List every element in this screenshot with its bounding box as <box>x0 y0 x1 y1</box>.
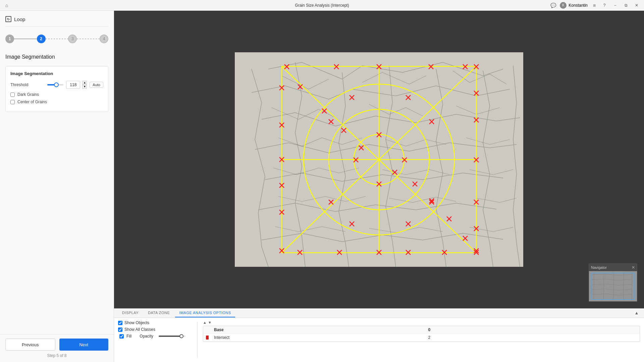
seg-box-title: Image Segmentation <box>10 71 103 76</box>
navigator-thumb-image <box>589 271 637 301</box>
step-2-circle: 2 <box>37 35 46 43</box>
username: Konstantin <box>569 3 588 8</box>
table-row: Intersect 2 <box>203 334 640 342</box>
restore-button[interactable]: ⧉ <box>623 2 629 9</box>
dark-grains-label: Dark Grains <box>17 92 39 97</box>
tab-imageanalysis[interactable]: IMAGE ANALYSIS OPTIONS <box>175 309 235 317</box>
right-area: Navigator ✕ <box>114 11 644 362</box>
threshold-slider-thumb[interactable] <box>54 82 59 87</box>
main-layout: ↻ Loop 1 2 3 4 Image Segmentation Image … <box>0 11 644 362</box>
loop-title: Loop <box>14 16 25 22</box>
step-line-2 <box>46 39 68 39</box>
step-line-1 <box>14 39 37 39</box>
section-heading: Image Segmentation <box>5 54 108 60</box>
home-icon[interactable]: ⌂ <box>4 3 9 8</box>
show-objects-label: Show Objects <box>124 320 149 325</box>
grain-overlay-svg <box>235 52 523 267</box>
dark-grains-checkbox[interactable] <box>10 93 15 97</box>
show-objects-row: Show Objects <box>118 320 192 325</box>
fill-checkbox[interactable] <box>119 334 124 339</box>
data-table-header: ▲ ▼ <box>203 320 640 324</box>
loop-icon: ↻ <box>5 16 11 22</box>
threshold-spin-down[interactable]: ▼ <box>82 85 87 89</box>
close-button[interactable]: ✕ <box>633 2 640 9</box>
titlebar-title: Grain Size Analysis (Intercept) <box>295 3 349 8</box>
minimize-button[interactable]: − <box>612 2 619 9</box>
opacity-label: Opacity <box>140 334 153 339</box>
threshold-spin-up[interactable]: ▲ <box>82 81 87 85</box>
next-button[interactable]: Next <box>59 339 109 351</box>
titlebar: ⌂ Grain Size Analysis (Intercept) 💬 K Ko… <box>0 0 644 11</box>
threshold-slider-track[interactable] <box>47 84 63 85</box>
nav-buttons: Previous Next <box>5 339 108 351</box>
table-name-cell: Intersect <box>211 334 426 341</box>
display-options: Show Objects Show All Classes Fill Opaci… <box>118 320 192 359</box>
grain-image <box>235 52 523 267</box>
user-avatar: K <box>560 2 567 9</box>
canvas-area: Navigator ✕ <box>114 11 644 308</box>
dark-grains-row: Dark Grains <box>10 92 103 97</box>
center-grains-label: Center of Grains <box>17 100 47 104</box>
navigator-thumbnail <box>589 271 637 301</box>
show-classes-label: Show All Classes <box>124 327 155 332</box>
table-header-row: Base 0 <box>203 326 640 334</box>
opacity-slider[interactable] <box>159 336 185 337</box>
user-info: K Konstantin <box>560 2 588 9</box>
intersect-color-box <box>206 336 209 340</box>
threshold-label: Threshold <box>10 82 47 87</box>
data-table: Base 0 Intersect 2 <box>203 326 640 342</box>
threshold-input[interactable]: 118 <box>66 81 80 89</box>
step-label: Step 5 of 8 <box>5 353 108 358</box>
sort-down-icon[interactable]: ▼ <box>208 320 212 324</box>
fill-row: Fill Opacity <box>119 334 192 339</box>
previous-button[interactable]: Previous <box>5 339 55 351</box>
left-panel-footer: Previous Next Step 5 of 8 <box>0 334 114 362</box>
table-color-header <box>203 328 211 331</box>
step-indicator: 1 2 3 4 <box>5 32 108 46</box>
left-panel-content: ↻ Loop 1 2 3 4 Image Segmentation Image … <box>0 11 114 334</box>
step-line-3 <box>77 39 100 39</box>
navigator-panel: Navigator ✕ <box>589 263 637 302</box>
center-grains-row: Center of Grains <box>10 100 103 104</box>
threshold-row: Threshold 118 ▲ ▼ Auto <box>10 81 103 89</box>
center-grains-checkbox[interactable] <box>10 100 15 104</box>
step-1-circle: 1 <box>5 35 14 43</box>
table-value-header: 0 <box>426 326 640 334</box>
bottom-area: DISPLAY DATA ZONE IMAGE ANALYSIS OPTIONS… <box>114 308 644 362</box>
opacity-thumb[interactable] <box>179 334 183 338</box>
opacity-fill <box>159 336 181 337</box>
table-name-header: Base <box>211 326 426 334</box>
titlebar-right: 💬 K Konstantin ≡ ? − ⧉ ✕ <box>550 2 640 9</box>
bottom-content: Show Objects Show All Classes Fill Opaci… <box>114 318 644 362</box>
threshold-slider-container: 118 ▲ ▼ Auto <box>47 81 103 89</box>
loop-header: ↻ Loop <box>5 16 108 26</box>
show-objects-checkbox[interactable] <box>118 321 122 325</box>
show-classes-row: Show All Classes <box>118 327 192 332</box>
sort-up-icon[interactable]: ▲ <box>203 320 207 324</box>
show-classes-checkbox[interactable] <box>118 327 122 332</box>
table-value-cell: 2 <box>426 334 640 341</box>
tab-datazone[interactable]: DATA ZONE <box>144 309 174 317</box>
hamburger-menu-icon[interactable]: ≡ <box>592 3 597 8</box>
navigator-title: Navigator <box>591 265 607 269</box>
step-3-circle: 3 <box>68 35 77 43</box>
auto-button[interactable]: Auto <box>90 82 103 88</box>
fill-label: Fill <box>126 334 131 339</box>
chat-icon[interactable]: 💬 <box>550 3 556 8</box>
expand-arrow[interactable]: ▲ <box>633 309 640 317</box>
tab-display[interactable]: DISPLAY <box>118 309 143 317</box>
grain-bg <box>235 52 523 267</box>
vertical-divider <box>197 322 198 358</box>
step-4-circle: 4 <box>100 35 108 43</box>
threshold-spinners: ▲ ▼ <box>82 81 87 89</box>
svg-rect-99 <box>589 272 637 301</box>
navigator-close-button[interactable]: ✕ <box>632 265 635 270</box>
navigator-header: Navigator ✕ <box>589 264 637 271</box>
left-panel: ↻ Loop 1 2 3 4 Image Segmentation Image … <box>0 11 114 362</box>
titlebar-left: ⌂ <box>4 3 9 8</box>
seg-box: Image Segmentation Threshold 118 ▲ ▼ <box>5 66 108 112</box>
tabs-bar: DISPLAY DATA ZONE IMAGE ANALYSIS OPTIONS… <box>114 309 644 318</box>
table-color-cell <box>203 334 211 341</box>
data-table-area: ▲ ▼ Base 0 Intersect <box>203 320 640 359</box>
help-button[interactable]: ? <box>601 2 608 9</box>
